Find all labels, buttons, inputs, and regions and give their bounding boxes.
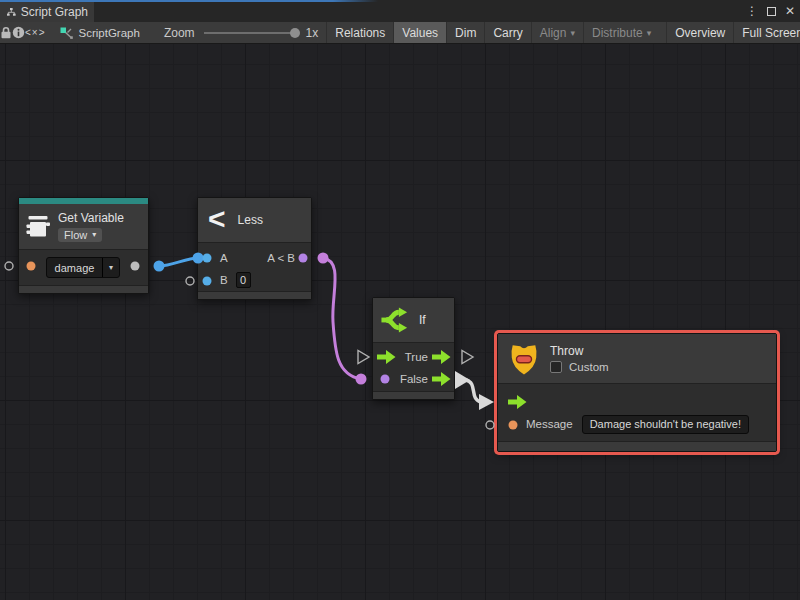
node-get-variable[interactable]: Get Variable Flow ▾ damage ▾ (18, 197, 149, 294)
zoom-slider[interactable] (204, 32, 297, 34)
info-button[interactable] (12, 22, 25, 43)
graph-name-label: ScriptGraph (79, 27, 140, 39)
variable-name-dropdown[interactable]: damage ▾ (46, 257, 120, 278)
active-tab-highlight (0, 0, 378, 2)
info-icon (12, 26, 25, 39)
full-screen-button[interactable]: Full Screen (733, 22, 800, 43)
node-title: Less (238, 213, 263, 227)
message-input[interactable]: Damage shouldn't be negative! (582, 415, 749, 434)
node-title: If (419, 313, 426, 327)
custom-label: Custom (569, 361, 609, 373)
title-bar: Script Graph ⋮ ✕ (0, 0, 800, 22)
chevron-down-icon: ▾ (647, 28, 652, 38)
zoom-control: Zoom 1x (150, 22, 326, 43)
node-title: Get Variable (58, 211, 124, 225)
close-icon[interactable]: ✕ (785, 4, 795, 18)
chevron-down-icon: ▾ (92, 230, 96, 239)
node-less[interactable]: < Less A A < B B 0 (197, 197, 312, 300)
chevron-down-icon: ▾ (570, 28, 575, 38)
tab-title: Script Graph (21, 5, 88, 19)
chevron-down-icon: ▾ (102, 258, 119, 277)
branch-icon (381, 305, 409, 335)
overview-button[interactable]: Overview (666, 22, 733, 43)
align-button[interactable]: Align▾ (531, 22, 583, 43)
zoom-slider-knob[interactable] (290, 28, 300, 38)
graph-toolbar: <×> ScriptGraph Zoom 1x Relations Values… (0, 22, 800, 44)
node-title: Throw (550, 344, 609, 358)
port-b-value-field[interactable]: 0 (236, 272, 251, 288)
graph-name[interactable]: ScriptGraph (46, 22, 150, 43)
variable-scope-dropdown[interactable]: Flow ▾ (58, 228, 102, 242)
message-label: Message (526, 418, 573, 430)
variable-name-value: damage (47, 258, 102, 277)
variable-icon (26, 215, 51, 239)
node-if[interactable]: If True False (372, 297, 455, 400)
carry-button[interactable]: Carry (484, 22, 530, 43)
code-toggle-button[interactable]: <×> (25, 22, 46, 43)
lock-button[interactable] (0, 22, 12, 43)
dim-button[interactable]: Dim (446, 22, 484, 43)
values-button[interactable]: Values (393, 22, 446, 43)
throw-shield-icon (508, 340, 540, 378)
zoom-label: Zoom (164, 26, 195, 40)
port-true-label: True (405, 351, 428, 363)
script-graph-icon (60, 27, 73, 39)
maximize-icon[interactable] (767, 7, 776, 16)
distribute-button[interactable]: Distribute▾ (583, 22, 659, 43)
zoom-value: 1x (306, 26, 319, 40)
script-graph-window: Script Graph ⋮ ✕ <×> (0, 0, 800, 600)
less-than-icon: < (208, 204, 226, 234)
lock-icon (0, 26, 12, 39)
tab-script-graph[interactable]: Script Graph (0, 0, 94, 22)
port-false-label: False (400, 373, 428, 385)
relations-button[interactable]: Relations (326, 22, 393, 43)
port-a-label: A (220, 252, 228, 264)
custom-checkbox[interactable] (550, 361, 562, 373)
port-b-label: B (220, 274, 228, 286)
node-throw[interactable]: Throw Custom Message Damage shouldn't be… (497, 333, 777, 452)
graph-hierarchy-icon (7, 6, 16, 18)
panel-menu-icon[interactable]: ⋮ (746, 4, 758, 18)
output-label: A < B (267, 252, 295, 264)
